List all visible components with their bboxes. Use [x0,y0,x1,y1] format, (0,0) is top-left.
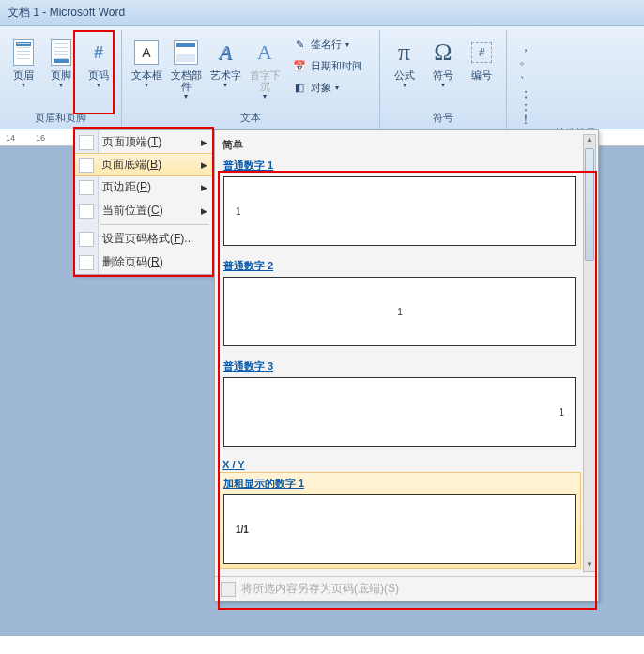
gallery-preview: 1 [223,176,576,246]
textbox-icon: A [134,40,159,65]
format-icon [79,232,94,247]
group-symbols: π 公式 ▾ Ω 符号 ▾ # 编号 符号 [380,30,507,129]
omega-icon: Ω [434,38,452,67]
menu-bottom-of-page[interactable]: 页面底端(B) ▶ [73,153,214,176]
scroll-up-icon[interactable]: ▲ [584,135,595,146]
object-icon: ◧ [292,80,307,95]
gallery-preview: 1 [223,277,576,346]
cursor-icon [79,204,94,219]
gallery-section-xy: X / Y [219,455,581,472]
gallery-preview: 1 [223,377,576,447]
group-text: A 文本框 ▾ 文档部件 ▾ A 艺术字 ▾ A 首字下沉 ▾ [122,30,380,129]
scroll-thumb[interactable] [585,148,594,261]
datetime-button[interactable]: 📅 日期和时间 [287,55,367,76]
calendar-icon: 📅 [292,58,307,73]
titlebar: 文档 1 - Microsoft Word [0,0,644,26]
gallery-item-plain-1[interactable]: 普通数字 1 1 [219,154,581,251]
footer-icon [51,39,71,66]
chevron-right-icon: ▶ [201,183,207,192]
window-title: 文档 1 - Microsoft Word [8,5,125,21]
signature-button[interactable]: ✎ 签名行▾ [287,34,367,54]
save-icon [221,582,236,597]
chevron-down-icon: ▾ [97,81,100,89]
remove-icon [79,255,94,270]
page-number-gallery: 简单 普通数字 1 1 普通数字 2 1 普通数字 3 1 X / Y 加粗显示… [214,129,599,601]
punctuation-row[interactable]: ； ： ！ [513,86,541,126]
signature-icon: ✎ [292,37,307,52]
gallery-scrollbar[interactable]: ▲ ▼ [583,134,596,572]
page-bottom-icon [79,158,94,173]
dropcap-icon: A [257,40,272,65]
textbox-button[interactable]: A 文本框 ▾ [128,34,165,93]
punctuation-row[interactable]: ， 。 、 [513,39,541,79]
menu-remove-page-number[interactable]: 删除页码(R) [74,251,213,274]
equation-button[interactable]: π 公式 ▾ [386,34,422,93]
pi-icon: π [398,38,410,67]
object-button[interactable]: ◧ 对象▾ [287,77,367,98]
menu-top-of-page[interactable]: 页面顶端(T) ▶ [74,130,213,154]
number-button[interactable]: # 编号 [464,34,500,84]
page-top-icon [79,135,94,150]
group-label: 文本 [128,111,374,127]
page-number-menu: 页面顶端(T) ▶ 页面底端(B) ▶ 页边距(P) ▶ 当前位置(C) ▶ 设… [73,129,214,275]
document-area: 14 16 页面顶端(T) ▶ 页面底端(B) ▶ 页边距(P) ▶ 当前位置(… [0,129,644,636]
header-icon [13,39,34,66]
wordart-icon: A [219,40,231,65]
group-label: 符号 [386,111,500,127]
gallery-item-plain-3[interactable]: 普通数字 3 1 [219,355,581,451]
chevron-right-icon: ▶ [201,160,207,170]
gallery-save-selection: 将所选内容另存为页码(底端)(S) [215,576,598,601]
quickparts-button[interactable]: 文档部件 ▾ [167,34,205,104]
menu-current-position[interactable]: 当前位置(C) ▶ [74,199,213,222]
group-label: 页眉和页脚 [6,111,115,127]
page-number-button[interactable]: # 页码 ▾ [81,34,116,93]
group-header-footer: 页眉 ▾ 页脚 ▾ # 页码 ▾ 页眉和页脚 [0,30,122,129]
page-margin-icon [79,180,94,195]
scroll-down-icon[interactable]: ▼ [584,560,595,571]
menu-margins[interactable]: 页边距(P) ▶ [74,175,213,199]
header-button[interactable]: 页眉 ▾ [6,34,41,93]
menu-format-page-number[interactable]: 设置页码格式(F)... [74,227,213,251]
ribbon: 页眉 ▾ 页脚 ▾ # 页码 ▾ 页眉和页脚 A [0,26,644,129]
chevron-down-icon: ▾ [22,81,25,89]
footer-button[interactable]: 页脚 ▾ [43,34,79,93]
chevron-down-icon: ▾ [59,81,63,89]
number-icon: # [471,42,492,63]
chevron-right-icon: ▶ [201,206,207,216]
dropcap-button[interactable]: A 首字下沉 ▾ [246,34,284,104]
gallery-item-bold-1[interactable]: 加粗显示的数字 1 1/1 [219,472,581,569]
gallery-section-simple: 简单 [219,134,581,154]
symbol-button[interactable]: Ω 符号 ▾ [424,34,461,93]
wordart-button[interactable]: A 艺术字 ▾ [207,34,244,93]
parts-icon [174,40,198,65]
hash-icon: # [94,43,103,63]
gallery-preview: 1/1 [223,494,576,564]
group-special-symbols: ， 。 、 ； ： ！ 特殊符号 [507,30,644,129]
gallery-item-plain-2[interactable]: 普通数字 2 1 [219,254,581,351]
chevron-right-icon: ▶ [201,138,207,147]
